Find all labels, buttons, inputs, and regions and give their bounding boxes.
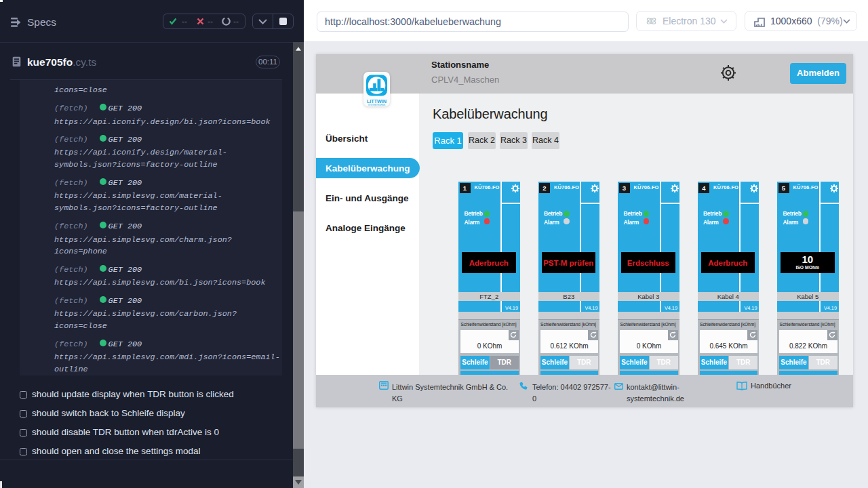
svg-text:SYSTEMTECHNIK: SYSTEMTECHNIK bbox=[368, 104, 386, 106]
